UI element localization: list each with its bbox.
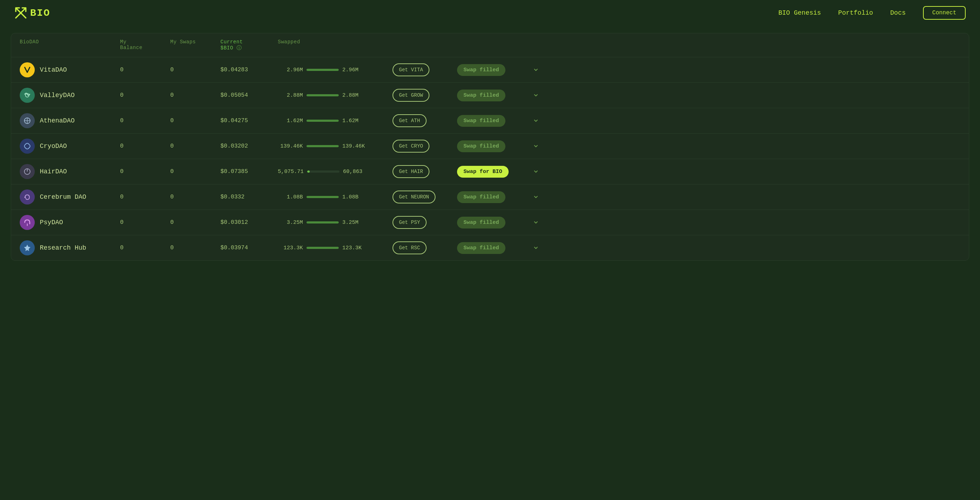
dao-avatar-cryodao (20, 139, 35, 154)
swap-action-cerebrumdao: Swap filled (457, 191, 529, 203)
chevron-icon-psydao (533, 219, 539, 225)
dao-avatar-vitadao (20, 62, 35, 77)
table-row: VitaDAO 0 0 $0.04283 2.96M 2.96M Get VIT… (11, 57, 969, 83)
progress-valleydao: 2.88M 2.88M (278, 92, 393, 98)
swaps-researchhub: 0 (170, 244, 220, 251)
chevron-icon-cryodao (533, 143, 539, 149)
progress-fill-valleydao (307, 94, 339, 96)
table-row: HairDAO 0 0 $0.07385 5,075.71 60,863 Get… (11, 159, 969, 184)
svg-point-9 (20, 189, 35, 205)
table-row: PsyDAO 0 0 $0.03012 3.25M 3.25M Get PSY … (11, 210, 969, 235)
swap-button-athenadao[interactable]: Swap filled (457, 115, 506, 127)
connect-button[interactable]: Connect (923, 6, 966, 20)
nav-docs[interactable]: Docs (890, 9, 906, 16)
progress-right-valleydao: 2.88M (342, 92, 368, 98)
progress-right-cryodao: 139.46K (342, 143, 368, 149)
swap-button-cerebrumdao[interactable]: Swap filled (457, 191, 506, 203)
dao-label-valleydao: ValleyDAO (40, 92, 75, 99)
get-button-cerebrumdao[interactable]: Get NEURON (393, 190, 436, 203)
chevron-icon-athenadao (533, 118, 539, 124)
expand-valleydao[interactable] (529, 92, 543, 98)
progress-bar-hairdao (307, 170, 339, 173)
dao-name-athenadao: AthenaDAO (20, 113, 120, 128)
col-swaps: My Swaps (170, 39, 220, 51)
progress-left-cryodao: 139.46K (278, 143, 303, 149)
swap-action-valleydao: Swap filled (457, 89, 529, 102)
swap-button-psydao[interactable]: Swap filled (457, 217, 506, 229)
dao-label-hairdao: HairDAO (40, 168, 67, 175)
col-swap (457, 39, 529, 51)
expand-vitadao[interactable] (529, 67, 543, 73)
dao-avatar-hairdao (20, 164, 35, 179)
expand-researchhub[interactable] (529, 245, 543, 251)
col-biodao: BioDAO (20, 39, 120, 51)
get-button-athenadao[interactable]: Get ATH (393, 114, 426, 127)
progress-fill-vitadao (307, 69, 339, 71)
progress-right-psydao: 3.25M (342, 219, 368, 225)
dao-avatar-researchhub (20, 240, 35, 256)
progress-right-athenadao: 1.62M (342, 118, 368, 124)
logo[interactable]: BIO (14, 6, 50, 19)
price-hairdao: $0.07385 (220, 168, 278, 175)
get-action-hairdao: Get HAIR (393, 165, 457, 178)
table-row: Research Hub 0 0 $0.03974 123.3K 123.3K … (11, 235, 969, 260)
swap-button-vitadao[interactable]: Swap filled (457, 64, 506, 76)
nav-portfolio[interactable]: Portfolio (838, 9, 873, 16)
price-cerebrumdao: $0.0332 (220, 194, 278, 200)
swap-button-valleydao[interactable]: Swap filled (457, 89, 506, 102)
swap-action-cryodao: Swap filled (457, 140, 529, 152)
balance-athenadao: 0 (120, 117, 170, 124)
progress-right-researchhub: 123.3K (342, 245, 368, 251)
expand-cerebrumdao[interactable] (529, 194, 543, 200)
progress-left-athenadao: 1.62M (278, 118, 303, 124)
get-action-psydao: Get PSY (393, 216, 457, 229)
progress-bar-researchhub (307, 247, 339, 249)
get-button-psydao[interactable]: Get PSY (393, 216, 426, 229)
expand-cryodao[interactable] (529, 143, 543, 149)
progress-fill-researchhub (307, 247, 339, 249)
progress-psydao: 3.25M 3.25M (278, 219, 393, 225)
price-athenadao: $0.04275 (220, 117, 278, 124)
progress-bar-valleydao (307, 94, 339, 96)
nav-bio-genesis[interactable]: BIO Genesis (778, 9, 821, 16)
progress-cerebrumdao: 1.08B 1.08B (278, 194, 393, 200)
progress-bar-cryodao (307, 145, 339, 147)
svg-point-0 (20, 62, 35, 77)
get-action-vitadao: Get VITA (393, 63, 457, 76)
chevron-icon-researchhub (533, 245, 539, 251)
dao-label-psydao: PsyDAO (40, 219, 63, 226)
swap-button-hairdao[interactable]: Swap for BIO (457, 166, 509, 178)
get-action-cryodao: Get CRYO (393, 140, 457, 152)
get-button-valleydao[interactable]: Get GROW (393, 89, 430, 102)
table-body: VitaDAO 0 0 $0.04283 2.96M 2.96M Get VIT… (11, 57, 969, 260)
progress-bar-athenadao (307, 120, 339, 122)
balance-researchhub: 0 (120, 244, 170, 251)
progress-fill-athenadao (307, 120, 339, 122)
get-action-athenadao: Get ATH (393, 114, 457, 127)
col-swapped: Swapped (278, 39, 393, 51)
expand-athenadao[interactable] (529, 118, 543, 124)
dao-label-vitadao: VitaDAO (40, 66, 67, 73)
get-button-vitadao[interactable]: Get VITA (393, 63, 430, 76)
dao-avatar-valleydao (20, 88, 35, 103)
progress-fill-cryodao (307, 145, 339, 147)
table-header: BioDAO My Balance My Swaps Current $BIO … (11, 33, 969, 57)
progress-left-vitadao: 2.96M (278, 67, 303, 73)
swaps-cryodao: 0 (170, 143, 220, 149)
table-row: ValleyDAO 0 0 $0.05054 2.88M 2.88M Get G… (11, 83, 969, 108)
swap-button-cryodao[interactable]: Swap filled (457, 140, 506, 152)
progress-left-psydao: 3.25M (278, 219, 303, 225)
expand-psydao[interactable] (529, 219, 543, 225)
balance-valleydao: 0 (120, 92, 170, 98)
progress-left-valleydao: 2.88M (278, 92, 303, 98)
swaps-vitadao: 0 (170, 67, 220, 73)
progress-left-researchhub: 123.3K (278, 245, 303, 251)
progress-hairdao: 5,075.71 60,863 (278, 169, 393, 175)
get-button-cryodao[interactable]: Get CRYO (393, 140, 430, 152)
get-button-hairdao[interactable]: Get HAIR (393, 165, 430, 178)
price-vitadao: $0.04283 (220, 67, 278, 73)
get-button-researchhub[interactable]: Get RSC (393, 241, 426, 254)
swap-button-researchhub[interactable]: Swap filled (457, 242, 506, 254)
expand-hairdao[interactable] (529, 169, 543, 175)
chevron-icon-hairdao (533, 169, 539, 175)
